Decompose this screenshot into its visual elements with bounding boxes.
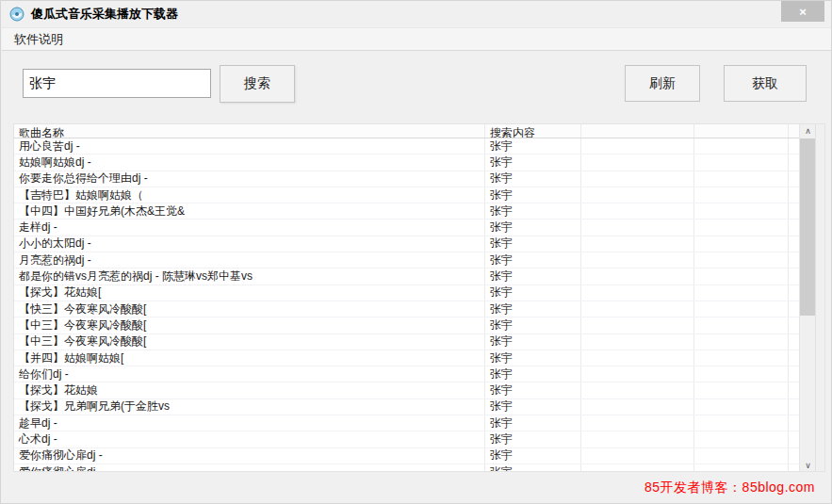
empty-cell (581, 236, 694, 252)
empty-cell (694, 448, 789, 463)
close-button[interactable]: × (781, 1, 824, 22)
search-content-cell: 张宇 (485, 464, 581, 471)
search-content-cell: 张宇 (485, 171, 581, 187)
empty-cell (694, 399, 789, 415)
table-row[interactable]: 用心良苦dj - 张宇 (14, 138, 808, 154)
song-name-cell: 【探戈】花姑娘[ (14, 285, 485, 301)
search-content-cell: 张宇 (485, 138, 581, 154)
empty-cell (581, 301, 694, 317)
empty-cell (581, 187, 694, 203)
empty-cell (694, 334, 789, 350)
song-name-cell: 月亮惹的祸dj - (14, 252, 485, 268)
empty-cell (694, 382, 789, 398)
empty-cell (694, 252, 789, 268)
refresh-button[interactable]: 刷新 (625, 65, 700, 102)
table-row[interactable]: 月亮惹的祸dj - 张宇 (14, 252, 808, 268)
search-content-cell: 张宇 (485, 285, 581, 301)
table-row[interactable]: 走样dj - 张宇 (14, 219, 808, 236)
empty-cell (694, 219, 789, 235)
table-right-strip (815, 124, 824, 472)
song-name-cell: 小小的太阳dj - (14, 236, 485, 252)
empty-cell (694, 138, 789, 154)
app-window: { "window": { "title": "傻瓜式音乐采集播放下载器", "… (0, 0, 832, 504)
empty-cell (581, 382, 694, 398)
vertical-scrollbar[interactable]: ∧ ∨ (799, 124, 815, 472)
empty-cell (694, 154, 789, 170)
menu-item-software-info[interactable]: 软件说明 (7, 28, 71, 50)
song-name-cell: 【中三】今夜寒风冷酸酸[ (14, 317, 485, 333)
search-content-cell: 张宇 (485, 415, 581, 431)
table-row[interactable]: 你要走你总得给个理由dj - 张宇 (14, 171, 808, 187)
search-content-cell: 张宇 (485, 301, 581, 317)
table-row[interactable]: 爱你痛彻心扉dj - 张宇 (14, 448, 808, 464)
empty-cell (581, 268, 694, 284)
song-name-cell: 都是你的错vs月亮惹的祸dj - 陈慧琳vs郑中基vs (14, 268, 485, 284)
empty-cell (581, 203, 694, 219)
search-content-cell: 张宇 (485, 268, 581, 284)
empty-cell (581, 252, 694, 268)
table-header-row: 歌曲名称 搜索内容 (14, 124, 824, 138)
song-name-cell: 【中四】中国好兄弟(木杰&王觉& (14, 203, 485, 219)
search-content-cell: 张宇 (485, 448, 581, 463)
search-input[interactable] (23, 69, 211, 98)
empty-cell (581, 366, 694, 382)
table-row[interactable]: 【探戈】花姑娘 张宇 (14, 382, 808, 398)
empty-cell (694, 268, 789, 284)
table-row[interactable]: 【中三】今夜寒风冷酸酸[ 张宇 (14, 317, 808, 333)
search-content-cell: 张宇 (485, 203, 581, 219)
table-row[interactable]: 都是你的错vs月亮惹的祸dj - 陈慧琳vs郑中基vs 张宇 (14, 268, 808, 285)
window-title: 傻瓜式音乐采集播放下载器 (31, 6, 178, 23)
song-name-cell: 姑娘啊姑娘dj - (14, 154, 485, 170)
column-header-song-name[interactable]: 歌曲名称 (14, 124, 485, 138)
scrollbar-down-icon[interactable]: ∨ (800, 459, 816, 472)
song-name-cell: 走样dj - (14, 219, 485, 235)
app-icon (9, 7, 25, 22)
empty-cell (581, 219, 694, 235)
table-row[interactable]: 趁早dj - 张宇 (14, 415, 808, 431)
search-content-cell: 张宇 (485, 187, 581, 203)
table-row[interactable]: 【中四】中国好兄弟(木杰&王觉& 张宇 (14, 203, 808, 219)
get-button[interactable]: 获取 (724, 65, 807, 102)
table-row[interactable]: 【吉特巴】姑娘啊姑娘（ 张宇 (14, 187, 808, 203)
song-name-cell: 【探戈】花姑娘 (14, 382, 485, 398)
empty-cell (581, 138, 694, 154)
song-name-cell: 爱你痛彻心扉dj - (14, 464, 485, 471)
title-bar: 傻瓜式音乐采集播放下载器 × (1, 1, 831, 27)
table-row[interactable]: 【中三】今夜寒风冷酸酸[ 张宇 (14, 334, 808, 350)
empty-cell (581, 448, 694, 463)
table-row[interactable]: 爱你痛彻心扉dj - 张宇 (14, 464, 808, 471)
table-body: 用心良苦dj - 张宇 姑娘啊姑娘dj - 张宇 你要走你总得给个理由dj - … (14, 138, 808, 471)
search-content-cell: 张宇 (485, 431, 581, 447)
empty-cell (581, 171, 694, 187)
table-row[interactable]: 小小的太阳dj - 张宇 (14, 236, 808, 252)
empty-cell (694, 171, 789, 187)
search-content-cell: 张宇 (485, 399, 581, 415)
song-name-cell: 【探戈】兄弟啊兄弟(于金胜vs (14, 399, 485, 415)
song-name-cell: 用心良苦dj - (14, 138, 485, 154)
empty-cell (694, 464, 789, 471)
table-row[interactable]: 【探戈】花姑娘[ 张宇 (14, 285, 808, 301)
empty-cell (581, 285, 694, 301)
empty-cell (581, 464, 694, 471)
search-content-cell: 张宇 (485, 350, 581, 366)
column-header-search-content[interactable]: 搜索内容 (485, 124, 581, 138)
scrollbar-up-icon[interactable]: ∧ (800, 124, 816, 138)
table-row[interactable]: 【并四】姑娘啊姑娘[ 张宇 (14, 350, 808, 366)
table-row[interactable]: 【快三】今夜寒风冷酸酸[ 张宇 (14, 301, 808, 317)
table-row[interactable]: 姑娘啊姑娘dj - 张宇 (14, 154, 808, 171)
empty-cell (581, 350, 694, 366)
table-row[interactable]: 【探戈】兄弟啊兄弟(于金胜vs 张宇 (14, 399, 808, 415)
empty-cell (581, 415, 694, 431)
table-row[interactable]: 给你们dj - 张宇 (14, 366, 808, 382)
song-name-cell: 【并四】姑娘啊姑娘[ (14, 350, 485, 366)
empty-cell (694, 431, 789, 447)
table-row[interactable]: 心术dj - 张宇 (14, 431, 808, 447)
empty-cell (694, 350, 789, 366)
column-header-empty-2 (694, 124, 789, 138)
song-name-cell: 你要走你总得给个理由dj - (14, 171, 485, 187)
footer-credit: 85开发者博客：85blog.com (644, 480, 815, 496)
scrollbar-thumb[interactable] (800, 138, 815, 316)
search-content-cell: 张宇 (485, 366, 581, 382)
search-content-cell: 张宇 (485, 334, 581, 350)
search-button[interactable]: 搜索 (220, 65, 295, 103)
